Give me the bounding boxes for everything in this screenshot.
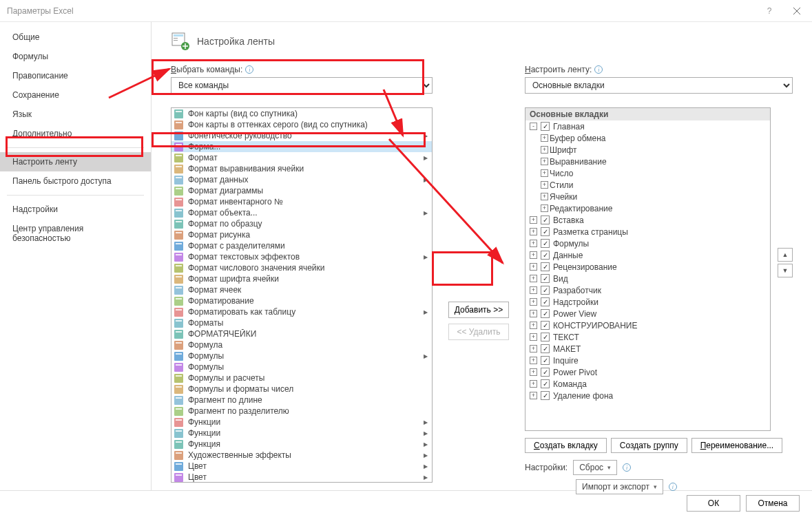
tree-item[interactable]: +Вставка <box>525 214 770 226</box>
expand-icon[interactable]: + <box>541 204 548 212</box>
move-up-button[interactable]: ▲ <box>778 248 793 262</box>
expand-icon[interactable]: + <box>530 240 537 247</box>
command-item[interactable]: Формат данных▶ <box>171 174 432 185</box>
tree-item[interactable]: +Вид <box>525 273 770 284</box>
command-item[interactable]: Форма... <box>171 141 432 152</box>
expand-icon[interactable]: + <box>530 286 537 294</box>
sidebar-item[interactable]: Правописание <box>0 66 151 85</box>
new-tab-button[interactable]: Создать вкладку <box>525 438 607 453</box>
move-down-button[interactable]: ▼ <box>778 264 793 277</box>
command-item[interactable]: Функция▶ <box>171 439 432 450</box>
tree-item[interactable]: +Число <box>525 167 770 179</box>
expand-icon[interactable]: + <box>530 357 537 364</box>
command-item[interactable]: Формат инвентарного № <box>171 196 432 207</box>
expand-icon[interactable]: + <box>530 310 537 317</box>
command-item[interactable]: Форматы <box>171 317 432 328</box>
tree-item[interactable]: +ТЕКСТ <box>525 331 770 343</box>
expand-icon[interactable]: + <box>530 333 537 341</box>
command-item[interactable]: Формат объекта...▶ <box>171 207 432 218</box>
sidebar-item[interactable]: Панель быстрого доступа <box>0 171 151 191</box>
expand-icon[interactable]: + <box>541 134 548 142</box>
sidebar-item[interactable]: Формулы <box>0 47 151 66</box>
checkbox[interactable] <box>541 309 550 318</box>
command-item[interactable]: Формат с разделителями <box>171 240 432 251</box>
rename-button[interactable]: Переименование... <box>691 438 783 453</box>
command-item[interactable]: Формулы <box>171 361 432 372</box>
ribbon-tree[interactable]: Основные вкладки-Главная+Буфер обмена+Шр… <box>525 107 771 431</box>
sidebar-item[interactable]: Центр управления безопасностью <box>0 219 151 248</box>
tree-item[interactable]: +Рецензирование <box>525 261 770 273</box>
checkbox[interactable] <box>541 344 550 353</box>
command-item[interactable]: Формула <box>171 339 432 350</box>
command-item[interactable]: Фон карты в оттенках серого (вид со спут… <box>171 119 432 130</box>
tree-item[interactable]: +Формулы <box>525 238 770 249</box>
command-item[interactable]: Форматировать как таблицу▶ <box>171 306 432 317</box>
sidebar-item[interactable]: Дополнительно <box>0 124 151 143</box>
checkbox[interactable] <box>541 216 550 224</box>
tree-item[interactable]: +Выравнивание <box>525 156 770 167</box>
expand-icon[interactable]: + <box>530 322 537 329</box>
expand-icon[interactable]: + <box>530 368 537 376</box>
commands-listbox[interactable]: Фон карты (вид со спутника)Фон карты в о… <box>171 107 433 483</box>
tree-item[interactable]: +Разметка страницы <box>525 226 770 238</box>
command-item[interactable]: Функции▶ <box>171 417 432 428</box>
help-button[interactable]: ? <box>756 1 783 21</box>
command-item[interactable]: Фрагмент по разделителю <box>171 406 432 417</box>
checkbox[interactable] <box>541 368 550 377</box>
command-item[interactable]: ФОРМАТЯЧЕЙКИ <box>171 328 432 339</box>
tree-item[interactable]: +Power View <box>525 308 770 319</box>
command-item[interactable]: Цвет▶ <box>171 461 432 472</box>
add-button[interactable]: Добавить >> <box>448 302 509 318</box>
sidebar-item[interactable]: Сохранение <box>0 85 151 105</box>
tree-item[interactable]: +КОНСТРУИРОВАНИЕ <box>525 319 770 331</box>
tree-item[interactable]: +Ячейки <box>525 191 770 202</box>
expand-icon[interactable]: + <box>530 298 537 306</box>
sidebar-item[interactable]: Общие <box>0 28 151 47</box>
command-item[interactable]: Формат выравнивания ячейки <box>171 163 432 174</box>
expand-icon[interactable]: + <box>541 169 548 177</box>
tree-item[interactable]: +Надстройки <box>525 296 770 308</box>
checkbox[interactable] <box>541 356 550 365</box>
checkbox[interactable] <box>541 379 550 388</box>
ribbon-target-select[interactable]: Основные вкладки <box>525 77 793 94</box>
sidebar-item[interactable]: Настроить ленту <box>0 152 151 171</box>
checkbox[interactable] <box>541 227 550 236</box>
checkbox[interactable] <box>541 239 550 248</box>
checkbox[interactable] <box>541 333 550 341</box>
command-item[interactable]: Формат рисунка <box>171 229 432 240</box>
info-icon[interactable]: i <box>669 483 677 491</box>
command-item[interactable]: Формулы и расчеты <box>171 372 432 383</box>
ok-button[interactable]: ОК <box>687 495 740 512</box>
expand-icon[interactable]: + <box>530 216 537 224</box>
expand-icon[interactable]: + <box>541 193 548 200</box>
reset-dropdown[interactable]: Сброс <box>573 460 617 475</box>
expand-icon[interactable]: + <box>530 380 537 388</box>
expand-icon[interactable]: + <box>530 228 537 235</box>
tree-item[interactable]: +Удаление фона <box>525 390 770 401</box>
tree-item[interactable]: +Стили <box>525 179 770 191</box>
commands-source-select[interactable]: Все команды <box>171 77 433 94</box>
command-item[interactable]: Формат числового значения ячейки <box>171 262 432 273</box>
new-group-button[interactable]: Создать группу <box>611 438 687 453</box>
tree-item[interactable]: +Буфер обмена <box>525 132 770 144</box>
command-item[interactable]: Формулы▶ <box>171 350 432 361</box>
command-item[interactable]: Формат ячеек <box>171 284 432 295</box>
expand-icon[interactable]: + <box>530 263 537 271</box>
expand-icon[interactable]: + <box>530 275 537 282</box>
command-item[interactable]: Формат▶ <box>171 152 432 163</box>
checkbox[interactable] <box>541 391 550 400</box>
import-export-dropdown[interactable]: Импорт и экспорт <box>576 479 663 494</box>
checkbox[interactable] <box>541 274 550 283</box>
expand-icon[interactable]: + <box>541 181 548 189</box>
checkbox[interactable] <box>541 251 550 260</box>
checkbox[interactable] <box>541 297 550 306</box>
command-item[interactable]: Формат шрифта ячейки <box>171 273 432 284</box>
expand-icon[interactable]: + <box>530 251 537 259</box>
command-item[interactable]: Формат диаграммы <box>171 185 432 196</box>
collapse-icon[interactable]: - <box>530 123 537 130</box>
checkbox[interactable] <box>541 262 550 271</box>
tree-item[interactable]: +Power Pivot <box>525 366 770 378</box>
expand-icon[interactable]: + <box>541 158 548 165</box>
command-item[interactable]: Художественные эффекты▶ <box>171 450 432 461</box>
command-item[interactable]: Функции▶ <box>171 428 432 439</box>
